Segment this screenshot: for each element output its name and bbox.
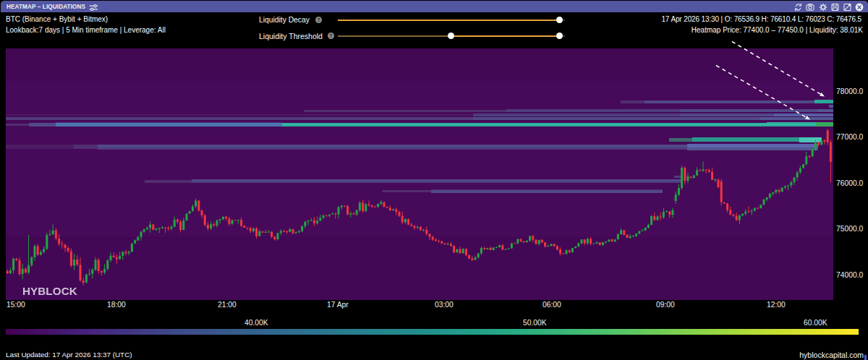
- svg-text:HYBLOCK: HYBLOCK: [22, 285, 77, 297]
